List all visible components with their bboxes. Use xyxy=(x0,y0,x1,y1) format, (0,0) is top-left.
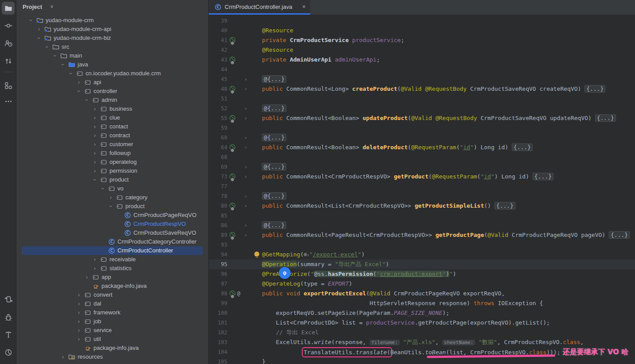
tree-item-yudao-module-crm-biz[interactable]: ›yudao-module-crm-biz xyxy=(16,34,208,43)
tree-item-api[interactable]: ›api xyxy=(16,78,208,87)
fold-marker-icon[interactable]: › xyxy=(244,230,247,240)
chevron-collapsed-icon[interactable]: › xyxy=(76,308,82,317)
services-icon[interactable] xyxy=(2,293,15,306)
chevron-collapsed-icon[interactable]: › xyxy=(76,299,82,308)
chevron-collapsed-icon[interactable]: › xyxy=(92,105,97,113)
fold-marker-icon[interactable]: › xyxy=(244,74,247,84)
chevron-collapsed-icon[interactable]: › xyxy=(92,113,97,122)
endpoint-gutter-icon[interactable] xyxy=(228,231,236,239)
tree-item-crmproductpagereqvo[interactable]: CCrmProductPageReqVO xyxy=(16,211,208,220)
fold-marker-icon[interactable]: › xyxy=(244,191,247,201)
chevron-expanded-icon[interactable]: › xyxy=(82,97,91,103)
tree-item-crmproductrespvo[interactable]: CCrmProductRespVO xyxy=(16,220,208,228)
folded-region[interactable]: {...} xyxy=(584,85,605,93)
chevron-down-icon[interactable]: ∨ xyxy=(50,4,54,9)
folded-region[interactable]: @{...} xyxy=(262,163,286,170)
tree-item-java[interactable]: ›java xyxy=(16,60,208,69)
close-icon[interactable]: × xyxy=(302,3,306,10)
chevron-expanded-icon[interactable]: › xyxy=(51,53,59,58)
tree-item-package-info-java[interactable]: package-info.java xyxy=(16,344,208,352)
chevron-expanded-icon[interactable]: › xyxy=(98,186,107,191)
tree-item-contact[interactable]: ›contact xyxy=(16,122,208,131)
chevron-collapsed-icon[interactable]: › xyxy=(92,149,97,158)
debug-icon[interactable] xyxy=(2,311,15,324)
chevron-expanded-icon[interactable]: › xyxy=(66,71,75,76)
fold-marker-icon[interactable]: › xyxy=(244,143,247,152)
tree-item-yudao-module-crm[interactable]: ›yudao-module-crm xyxy=(16,16,208,25)
chevron-expanded-icon[interactable]: › xyxy=(74,89,83,94)
tree-item-job[interactable]: ›job xyxy=(16,317,208,326)
ai-assistant-icon[interactable] xyxy=(279,267,291,279)
tree-item-controller[interactable]: ›controller xyxy=(16,87,208,96)
tree-item-crmproductcontroller[interactable]: CCrmProductController xyxy=(16,246,208,255)
project-panel-header[interactable]: Project ∨ xyxy=(16,0,208,15)
tree-item-customer[interactable]: ›customer xyxy=(16,140,208,149)
folded-region[interactable]: {...} xyxy=(512,143,533,151)
fold-marker-icon[interactable]: › xyxy=(244,162,247,172)
chevron-collapsed-icon[interactable]: › xyxy=(76,326,82,335)
chevron-collapsed-icon[interactable]: › xyxy=(92,131,97,140)
structure-icon[interactable] xyxy=(2,79,15,92)
chevron-collapsed-icon[interactable]: › xyxy=(76,290,82,299)
pull-requests-icon[interactable] xyxy=(2,54,15,67)
chevron-expanded-icon[interactable]: › xyxy=(90,177,99,182)
folded-region[interactable]: {...} xyxy=(609,231,630,239)
tree-item-dal[interactable]: ›dal xyxy=(16,299,208,308)
folded-region[interactable]: @{...} xyxy=(262,75,286,83)
folded-region[interactable]: {...} xyxy=(495,202,515,209)
tree-item-product[interactable]: ›product xyxy=(16,202,208,211)
fold-marker-icon[interactable]: › xyxy=(244,221,247,230)
folded-region[interactable]: @{...} xyxy=(262,221,286,229)
tree-item-yudao-module-crm-api[interactable]: ›yudao-module-crm-api xyxy=(16,25,208,34)
tab-crmproductcontroller[interactable]: C CrmProductController.java × xyxy=(209,0,310,15)
endpoint-gutter-icon[interactable] xyxy=(228,114,236,122)
endpoint-gutter-icon[interactable] xyxy=(228,201,236,209)
project-icon[interactable] xyxy=(2,2,15,15)
url-globe-icon[interactable]: ⊕∨ xyxy=(304,251,309,258)
tree-item-convert[interactable]: ›convert xyxy=(16,290,208,299)
chevron-collapsed-icon[interactable]: › xyxy=(60,352,66,361)
chevron-expanded-icon[interactable]: › xyxy=(27,18,35,23)
tree-item-product[interactable]: ›product xyxy=(16,175,208,184)
endpoint-gutter-icon[interactable] xyxy=(228,85,236,93)
chevron-expanded-icon[interactable]: › xyxy=(43,44,51,50)
tree-item-operatelog[interactable]: ›operatelog xyxy=(16,158,208,167)
folded-region[interactable]: @{...} xyxy=(262,192,286,200)
chevron-collapsed-icon[interactable]: › xyxy=(84,273,90,282)
folded-region[interactable]: @{...} xyxy=(262,134,286,141)
chevron-expanded-icon[interactable]: › xyxy=(106,204,115,209)
tree-item-admin[interactable]: ›admin xyxy=(16,96,208,105)
profiler-icon[interactable] xyxy=(2,346,15,359)
tree-item-crmproductsavereqvo[interactable]: CCrmProductSaveReqVO xyxy=(16,228,208,237)
fold-marker-icon[interactable]: › xyxy=(244,84,247,94)
tree-item-src[interactable]: ›src xyxy=(16,43,208,51)
more-icon[interactable] xyxy=(2,95,15,108)
tree-item-followup[interactable]: ›followup xyxy=(16,149,208,158)
endpoint-gutter-icon[interactable] xyxy=(228,289,236,297)
bean-gutter-icon[interactable] xyxy=(228,55,236,63)
tree-item-vo[interactable]: ›vo xyxy=(16,184,208,193)
chevron-collapsed-icon[interactable]: › xyxy=(76,335,82,344)
tree-item-package-info-java[interactable]: package-info.java xyxy=(16,282,208,290)
endpoint-gutter-icon[interactable] xyxy=(228,143,236,151)
fold-marker-icon[interactable]: › xyxy=(244,172,247,182)
build-icon[interactable] xyxy=(2,328,15,341)
tree-item-permission[interactable]: ›permission xyxy=(16,167,208,175)
tree-item-contract[interactable]: ›contract xyxy=(16,131,208,140)
chevron-expanded-icon[interactable]: › xyxy=(58,62,67,67)
tree-item-resources[interactable]: ›resources xyxy=(16,352,208,361)
tree-item-framework[interactable]: ›framework xyxy=(16,308,208,317)
chevron-collapsed-icon[interactable]: › xyxy=(92,255,97,264)
tree-item-app[interactable]: ›app xyxy=(16,273,208,282)
chevron-collapsed-icon[interactable]: › xyxy=(92,264,97,273)
chevron-collapsed-icon[interactable]: › xyxy=(76,78,82,87)
fold-marker-icon[interactable]: › xyxy=(244,133,247,143)
fold-marker-icon[interactable]: › xyxy=(244,201,247,211)
tree-item-cn-iocoder-yudao-module-crm[interactable]: ›cn.iocoder.yudao.module.crm xyxy=(16,69,208,78)
chevron-collapsed-icon[interactable]: › xyxy=(92,158,97,167)
chevron-collapsed-icon[interactable]: › xyxy=(92,122,97,131)
tree-item-clue[interactable]: ›clue xyxy=(16,113,208,122)
folded-region[interactable]: {...} xyxy=(595,114,616,122)
annotation-gutter-icon[interactable]: @ xyxy=(237,289,240,298)
tree-item-statistics[interactable]: ›statistics xyxy=(16,264,208,273)
